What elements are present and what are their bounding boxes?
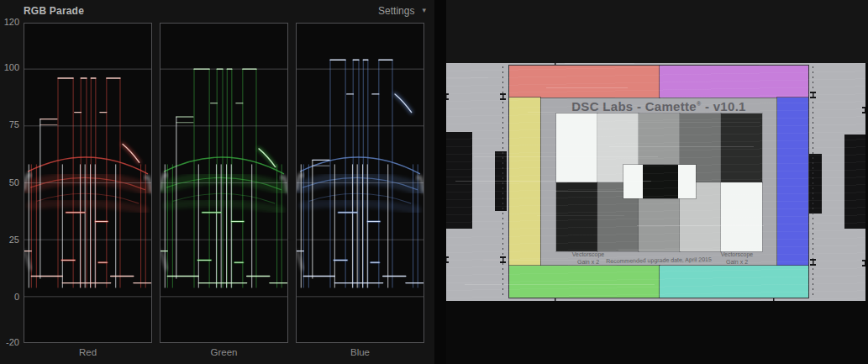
cavi-black-patch [623, 165, 696, 198]
scale-tick: 50 [0, 177, 19, 187]
settings-button[interactable]: Settings ▾ [378, 5, 426, 17]
scope-header: RGB Parade Settings ▾ [0, 0, 434, 21]
video-viewer-panel: DSC Labs - Camette® - v10.1 Vectorscope … [446, 0, 868, 364]
test-chart-content: DSC Labs - Camette® - v10.1 Vectorscope … [509, 66, 808, 298]
grayscale-patch [556, 182, 597, 251]
registration-marker [810, 92, 816, 98]
test-chart: DSC Labs - Camette® - v10.1 Vectorscope … [508, 65, 809, 298]
registration-marker [446, 256, 449, 263]
scope-title: RGB Parade [24, 5, 84, 17]
scale-tick: -20 [0, 337, 19, 347]
chart-title: DSC Labs - Camette® - v10.1 [540, 99, 777, 113]
grayscale-patch [556, 113, 597, 182]
patch-teal [660, 266, 808, 298]
settings-label: Settings [378, 5, 414, 17]
video-letterbox-top [446, 0, 868, 63]
cavi-black-center [643, 165, 678, 198]
patch-green [509, 266, 660, 298]
patch-yellow [509, 98, 540, 266]
vectorscope-note-right: Vectorscope Gain x 2 [721, 251, 754, 266]
grayscale-patch [721, 182, 762, 251]
waveform-box-green [160, 23, 288, 343]
grayscale-patch [721, 113, 762, 182]
film-scratch [565, 63, 634, 64]
cavi-white-flank [678, 165, 696, 198]
patch-orchid [660, 66, 808, 98]
scale-tick: 100 [0, 62, 19, 72]
channel-label-green: Green [160, 347, 288, 357]
vectorscope-note-left: Vectorscope Gain x 2 [572, 251, 605, 266]
waveform-box-red [24, 23, 152, 343]
registration-marker [810, 259, 816, 266]
film-scratch [446, 77, 488, 78]
chevron-down-icon: ▾ [422, 7, 426, 14]
registration-marker [862, 107, 865, 113]
video-frame: DSC Labs - Camette® - v10.1 Vectorscope … [446, 63, 865, 301]
scale-tick: 0 [0, 292, 19, 302]
app-window: RGB Parade Settings ▾ 1201007550250-20 R… [0, 0, 868, 364]
black-bar-right-inner [809, 154, 822, 214]
upgrade-note: Recommended upgrade date, April 2015 [606, 256, 712, 265]
waveform-box-blue [296, 23, 424, 343]
rgb-parade-scope-panel: RGB Parade Settings ▾ 1201007550250-20 R… [0, 0, 434, 364]
channel-label-blue: Blue [296, 347, 424, 357]
scale-tick: 25 [0, 235, 19, 245]
registration-marker [500, 256, 506, 263]
black-bar-left-inner [495, 151, 507, 211]
registration-marker [500, 93, 506, 100]
black-bar-far-right [844, 135, 865, 229]
cavi-white-flank [623, 165, 643, 198]
patch-blue [777, 98, 808, 266]
black-bar-far-left [446, 132, 472, 229]
scale-tick: 120 [0, 17, 19, 27]
scale-tick: 75 [0, 119, 19, 129]
registration-marker [446, 93, 449, 100]
channel-label-red: Red [24, 347, 152, 357]
registration-marker [862, 260, 865, 266]
patch-salmon [509, 66, 660, 98]
